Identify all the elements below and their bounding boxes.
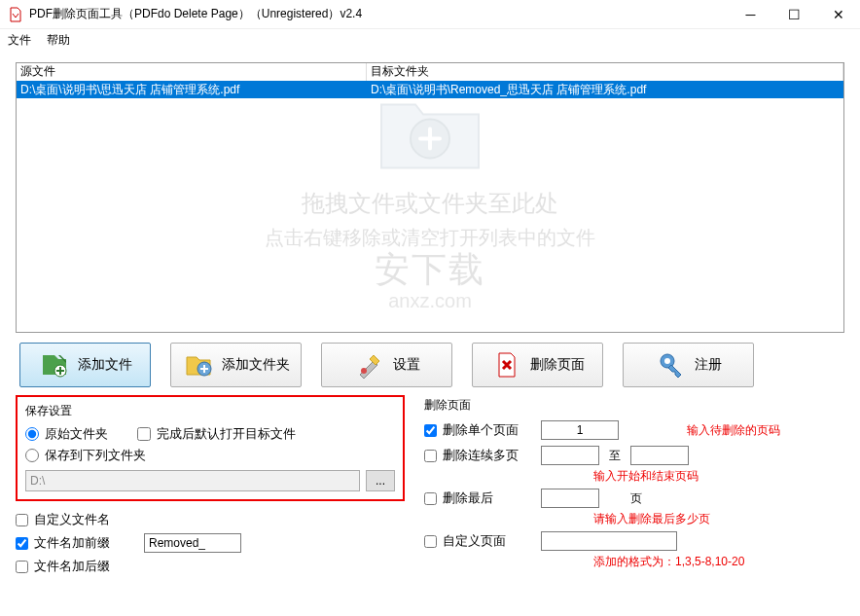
header-target[interactable]: 目标文件夹 — [367, 63, 843, 81]
save-settings-group: 保存设置 原始文件夹 完成后默认打开目标文件 保存到下列文件夹 — [16, 395, 405, 501]
range-end-input[interactable] — [630, 446, 689, 465]
save-settings-title: 保存设置 — [25, 403, 395, 419]
check-suffix[interactable]: 文件名加后缀 — [16, 558, 132, 575]
register-icon — [656, 349, 687, 380]
check-prefix[interactable]: 文件名加前缀 — [16, 534, 132, 552]
add-folder-button[interactable]: 添加文件夹 — [170, 343, 302, 387]
settings-button[interactable]: 设置 — [321, 343, 452, 387]
custom-pages-input[interactable] — [541, 531, 677, 551]
check-delete-range[interactable]: 删除连续多页 — [424, 447, 531, 464]
register-label: 注册 — [695, 356, 722, 374]
add-folder-icon-btn — [183, 349, 214, 380]
file-target: D:\桌面\说明书\Removed_思迅天店 店铺管理系统.pdf — [367, 81, 843, 98]
settings-label: 设置 — [393, 356, 420, 374]
delete-page-button[interactable]: 删除页面 — [472, 343, 603, 387]
save-path-input — [25, 470, 360, 491]
custom-hint: 添加的格式为：1,3,5-8,10-20 — [424, 554, 844, 571]
close-button[interactable]: ✕ — [816, 0, 860, 29]
range-to-label: 至 — [609, 448, 621, 464]
register-button[interactable]: 注册 — [623, 343, 754, 387]
file-list-area[interactable]: 源文件 目标文件夹 D:\桌面\说明书\思迅天店 店铺管理系统.pdf D:\桌… — [16, 62, 844, 333]
check-custom-pages[interactable]: 自定义页面 — [424, 532, 531, 550]
file-list-header: 源文件 目标文件夹 — [17, 63, 843, 81]
file-row[interactable]: D:\桌面\说明书\思迅天店 店铺管理系统.pdf D:\桌面\说明书\Remo… — [17, 81, 843, 98]
last-pages-input[interactable] — [541, 489, 599, 508]
add-file-label: 添加文件 — [78, 356, 132, 374]
browse-button[interactable]: ... — [366, 470, 395, 491]
range-start-input[interactable] — [541, 446, 599, 465]
radio-original-folder[interactable]: 原始文件夹 — [25, 423, 108, 445]
single-hint: 输入待删除的页码 — [687, 422, 780, 439]
check-delete-single[interactable]: 删除单个页面 — [424, 421, 531, 439]
svg-point-3 — [361, 368, 367, 374]
add-folder-label: 添加文件夹 — [222, 356, 290, 374]
check-open-after[interactable]: 完成后默认打开目标文件 — [137, 423, 296, 445]
app-icon — [8, 7, 23, 22]
menu-help[interactable]: 帮助 — [47, 32, 70, 49]
menu-file[interactable]: 文件 — [8, 32, 31, 49]
window-title: PDF删除页面工具（PDFdo Delete Page）（Unregistere… — [29, 6, 729, 22]
last-hint: 请输入删除最后多少页 — [424, 511, 844, 528]
delete-settings-title: 删除页面 — [424, 397, 844, 414]
add-file-button[interactable]: 添加文件 — [19, 343, 151, 387]
radio-save-to-folder[interactable]: 保存到下列文件夹 — [25, 445, 395, 466]
svg-point-5 — [664, 358, 670, 364]
drop-hint-line1: 拖拽文件或文件夹至此处 — [265, 187, 595, 218]
settings-icon — [354, 349, 385, 380]
file-source: D:\桌面\说明书\思迅天店 店铺管理系统.pdf — [17, 81, 367, 98]
titlebar: PDF删除页面工具（PDFdo Delete Page）（Unregistere… — [0, 0, 860, 29]
minimize-button[interactable]: ─ — [729, 0, 772, 29]
check-delete-last[interactable]: 删除最后 — [424, 489, 531, 507]
drop-hint-line2: 点击右键移除或清空打开列表中的文件 — [265, 224, 595, 250]
single-page-input[interactable] — [541, 420, 619, 440]
prefix-input[interactable] — [144, 533, 241, 553]
delete-settings-group: 删除页面 删除单个页面 输入待删除的页码 删除连续多页 — [420, 395, 844, 571]
toolbar: 添加文件 添加文件夹 设置 删除页面 注册 — [16, 343, 844, 387]
delete-page-label: 删除页面 — [530, 356, 585, 374]
drop-hint: 拖拽文件或文件夹至此处 点击右键移除或清空打开列表中的文件 — [265, 80, 595, 250]
svg-point-0 — [411, 119, 449, 158]
maximize-button[interactable]: ☐ — [772, 0, 816, 29]
header-source[interactable]: 源文件 — [17, 63, 367, 81]
menubar: 文件 帮助 — [0, 29, 860, 51]
last-unit: 页 — [630, 490, 642, 507]
watermark-brand: 安下载 anxz.com — [375, 246, 485, 312]
check-custom-name[interactable]: 自定义文件名 — [16, 511, 132, 528]
filename-options: 自定义文件名 文件名加前缀 文件名加后缀 — [16, 509, 405, 577]
range-hint: 输入开始和结束页码 — [424, 468, 844, 486]
delete-page-icon — [491, 349, 522, 380]
add-file-icon — [39, 349, 70, 380]
